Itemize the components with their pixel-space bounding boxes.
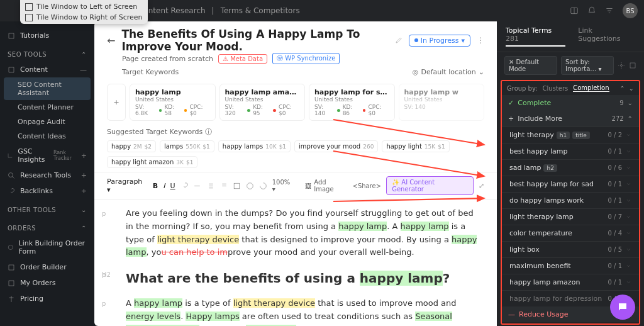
- sidebar-research[interactable]: Research Tools+: [0, 167, 94, 183]
- expand-icon[interactable]: ⤢: [479, 182, 484, 190]
- default-location[interactable]: ◎ Default location ⌄: [413, 68, 484, 76]
- strike-icon[interactable]: [193, 182, 201, 190]
- term-row[interactable]: do happy lamps work0 / 1: [502, 192, 639, 208]
- group-by-row: Group by: Clusters Completion ⌃⌄: [502, 81, 639, 95]
- sidebar-content[interactable]: Content—: [0, 62, 94, 77]
- undo-icon[interactable]: [259, 182, 267, 190]
- term-row[interactable]: light therapy lamp0 / 7: [502, 208, 639, 225]
- created-from: Page created from scratch: [122, 55, 213, 63]
- bold-button[interactable]: B: [153, 182, 158, 190]
- gear-icon[interactable]: [618, 62, 625, 69]
- term-row[interactable]: color temperature0 / 4: [502, 225, 639, 241]
- kebab-menu[interactable]: ⋮: [477, 36, 484, 45]
- sug-3[interactable]: improve your mood260: [294, 140, 378, 152]
- kw-card-2[interactable]: happy lamp for sadUnited States SV: 140K…: [309, 84, 395, 121]
- zoom-select[interactable]: 100% ▾: [272, 179, 295, 193]
- kw-card-0[interactable]: happy lampUnited States SV: 6.8KKD: 58CP…: [130, 84, 216, 121]
- chat-button[interactable]: [610, 295, 635, 320]
- editor-body[interactable]: p Are you feeling down in the dumps? Do …: [94, 200, 497, 326]
- svg-rect-17: [234, 183, 240, 189]
- sidebar: Tutorials SEO TOOLS⌃ Content— SEO Conten…: [0, 21, 94, 326]
- clear-icon[interactable]: [246, 182, 254, 190]
- collapse-all-icon[interactable]: ⌃: [619, 85, 625, 92]
- sidebar-link-building[interactable]: Link Building Order Form: [0, 235, 94, 259]
- sidebar-order-builder[interactable]: Order Builder: [0, 259, 94, 275]
- sug-5[interactable]: happy light amazon3K$1: [107, 156, 197, 168]
- add-image-button[interactable]: 🖼 Add Image: [305, 179, 347, 193]
- list-ul-icon[interactable]: [219, 182, 228, 190]
- sidebar-backlinks[interactable]: Backlinks+: [0, 183, 94, 199]
- sidebar-onpage-audit[interactable]: Onpage Audit: [0, 115, 94, 129]
- status-pill[interactable]: In Progress ▾: [409, 35, 470, 47]
- tab-link-suggestions[interactable]: Link Suggestions: [578, 26, 635, 47]
- bell-icon[interactable]: [587, 6, 596, 15]
- wp-sync-button[interactable]: ⓦ WP Synchronize: [272, 53, 340, 64]
- sidebar-content-planner[interactable]: Content Planner: [0, 100, 94, 115]
- export-icon[interactable]: [629, 62, 636, 69]
- sug-1[interactable]: lamps550K$1: [160, 140, 214, 152]
- svg-rect-9: [9, 265, 14, 270]
- target-keywords-label: Target Keywords: [122, 68, 179, 76]
- term-row[interactable]: best happy lamp for sad0 / 1: [502, 176, 639, 192]
- svg-point-19: [621, 65, 623, 67]
- ai-generator-button[interactable]: ✨ AI Content Generator: [386, 176, 474, 195]
- term-row[interactable]: sad lamph20 / 6: [502, 159, 639, 176]
- tile-left[interactable]: Tile Window to Left of Screen: [25, 1, 143, 12]
- book-icon[interactable]: [570, 6, 579, 15]
- sidebar-my-orders[interactable]: My Orders: [0, 275, 94, 291]
- back-button[interactable]: ←: [107, 35, 115, 47]
- term-row[interactable]: light box0 / 5: [502, 241, 639, 257]
- sidebar-seo-tools[interactable]: SEO TOOLS⌃: [0, 47, 94, 62]
- section-complete[interactable]: ✓ Complete9 ⌄: [502, 95, 639, 111]
- share-button[interactable]: <Share>: [353, 183, 382, 189]
- italic-button[interactable]: I: [163, 182, 165, 190]
- kw-card-3[interactable]: happy lamp wUnited States SV: 140: [399, 84, 485, 121]
- sidebar-orders[interactable]: ORDERS⌃: [0, 221, 94, 235]
- terms-panel: Group by: Clusters Completion ⌃⌄ ✓ Compl…: [501, 80, 640, 325]
- section-include[interactable]: + Include More272 ⌃: [502, 111, 639, 126]
- tab-topical-terms[interactable]: Topical Terms 281: [506, 26, 565, 47]
- svg-point-8: [8, 245, 13, 249]
- sug-2[interactable]: happy lamps10K$1: [218, 140, 291, 152]
- crumb-2[interactable]: Terms & Competitors: [221, 6, 300, 15]
- tile-right[interactable]: Tile Window to Right of Screen: [25, 12, 143, 23]
- tile-window-menu[interactable]: Tile Window to Left of Screen Tile Windo…: [20, 0, 148, 24]
- main-editor: ← The Benefits Of Using A Happy Lamp To …: [94, 21, 497, 326]
- expand-all-icon[interactable]: ⌄: [629, 85, 634, 92]
- avatar[interactable]: BS: [623, 3, 638, 18]
- add-keyword-button[interactable]: +: [107, 84, 126, 121]
- sidebar-pricing[interactable]: Pricing: [0, 291, 94, 306]
- sug-0[interactable]: happy2M$2: [107, 140, 156, 152]
- paragraph-select[interactable]: Paragraph ▾: [107, 177, 148, 194]
- term-row[interactable]: best happy lamp0 / 1: [502, 143, 639, 159]
- underline-button[interactable]: U: [170, 182, 175, 190]
- quote-icon[interactable]: [233, 182, 241, 190]
- sidebar-tutorials[interactable]: Tutorials: [0, 28, 94, 43]
- filter-icon[interactable]: [605, 6, 614, 15]
- group-completion[interactable]: Completion: [573, 84, 609, 92]
- link-icon[interactable]: [180, 182, 189, 190]
- edit-icon[interactable]: [395, 37, 402, 44]
- sidebar-content-ideas[interactable]: Content Ideas: [0, 129, 94, 143]
- suggested-keywords: happy2M$2 lamps550K$1 happy lamps10K$1 i…: [94, 139, 497, 172]
- kw-card-1[interactable]: happy lamp amazonUnited States SV: 320KD…: [219, 84, 306, 121]
- sidebar-other-tools[interactable]: OTHER TOOLS⌄: [0, 203, 94, 217]
- svg-rect-10: [9, 281, 14, 286]
- right-panel: Topical Terms 281 Link Suggestions ✕ Def…: [497, 21, 644, 326]
- page-title[interactable]: The Benefits Of Using A Happy Lamp To Im…: [121, 28, 388, 53]
- mode-select[interactable]: ✕ Default Mode: [504, 56, 557, 75]
- group-clusters[interactable]: Clusters: [543, 85, 569, 92]
- sug-4[interactable]: happy light15K$1: [382, 140, 449, 152]
- keyword-cards: + happy lampUnited States SV: 6.8KKD: 58…: [94, 80, 497, 125]
- meta-data-button[interactable]: ⚠ Meta Data: [218, 54, 267, 64]
- crumb-1[interactable]: Content Research: [138, 6, 206, 15]
- sort-select[interactable]: Sort by: Importa… ▾: [561, 56, 614, 75]
- term-row[interactable]: happy lamp amazon0 / 1: [502, 274, 639, 290]
- list-ol-icon[interactable]: [206, 182, 214, 190]
- svg-point-18: [247, 183, 253, 189]
- sidebar-gsc[interactable]: GSC Insights Rank Tracker+: [0, 143, 94, 167]
- sidebar-seo-content-assistant[interactable]: SEO Content Assistant: [4, 77, 91, 100]
- term-row[interactable]: maximum benefit0 / 1: [502, 257, 639, 274]
- svg-rect-20: [630, 63, 635, 68]
- term-row[interactable]: light therapyh1title0 / 2: [502, 126, 639, 143]
